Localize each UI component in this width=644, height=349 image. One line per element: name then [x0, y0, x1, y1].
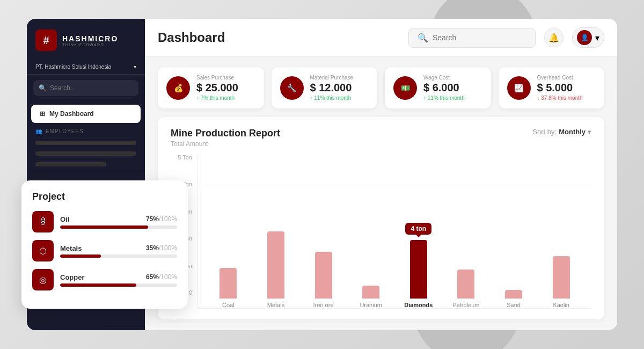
- sidebar-search-icon: 🔍: [39, 84, 47, 92]
- bar-label-3: Uranium: [360, 302, 382, 308]
- stat-value-1: $ 12.000: [310, 82, 354, 94]
- stat-card-2: 💵 Wage Cost $ 6.000 ↑ 11% this month: [385, 67, 491, 108]
- stat-info-0: Sales Purchase $ 25.000 ↑ 7% this month: [196, 75, 238, 101]
- topbar-right: 🔍 🔔 👤 ▾: [408, 27, 604, 48]
- stat-label-2: Wage Cost: [423, 75, 465, 81]
- project-icon-2: ◎: [32, 269, 54, 290]
- company-selector[interactable]: PT. Hashmicro Solusi Indonesia ▾: [27, 60, 145, 75]
- sidebar-logo: # HASHMICRO THINK FORWARD: [27, 30, 145, 60]
- progress-bar-bg-0: [60, 226, 177, 229]
- bar-label-2: Iron ore: [313, 302, 334, 308]
- stat-label-3: Overhead Cost: [537, 75, 583, 81]
- sidebar-item-label: My Dashboard: [49, 110, 94, 118]
- logo-brand: HASHMICRO: [62, 34, 118, 43]
- progress-bar-fill-0: [60, 226, 148, 229]
- project-item-oil: 🛢 Oil 75%/100%: [32, 211, 177, 232]
- stat-change-0: ↑ 7% this month: [196, 95, 238, 101]
- notification-button[interactable]: 🔔: [544, 28, 564, 47]
- stat-label-1: Material Purchase: [310, 75, 354, 81]
- stat-card-1: 🔧 Material Purchase $ 12.000 ↑ 11% this …: [272, 67, 378, 108]
- chart-title: Mine Production Report: [171, 128, 280, 139]
- search-bar[interactable]: 🔍: [408, 28, 536, 48]
- nav-placeholder-1: [35, 141, 136, 145]
- bar-chart: 5 Ton4 Ton3 Ton2 Ton1 Ton0 Coal Metals I…: [171, 154, 591, 309]
- user-dropdown-icon: ▾: [595, 33, 599, 43]
- search-icon: 🔍: [418, 33, 428, 43]
- project-card: Project 🛢 Oil 75%/100% ⬡ Metals 35%/100%…: [21, 180, 188, 309]
- sort-dropdown-icon: ▾: [588, 128, 591, 136]
- dashboard-icon: ⊞: [40, 110, 45, 118]
- stat-icon-1: 🔧: [280, 76, 304, 100]
- bar-label-5: Petroleum: [452, 302, 479, 308]
- project-name-1: Metals: [60, 244, 82, 252]
- chart-title-group: Mine Production Report Total Amount: [171, 128, 280, 148]
- search-input[interactable]: [433, 33, 526, 42]
- project-name-row-0: Oil 75%/100%: [60, 215, 177, 223]
- project-name-0: Oil: [60, 215, 69, 223]
- bar-group-4: 4 ton Diamonds: [399, 240, 438, 308]
- stat-info-2: Wage Cost $ 6.000 ↑ 11% this month: [423, 75, 465, 101]
- sidebar-item-dashboard[interactable]: ⊞ My Dashboard: [31, 105, 141, 123]
- stat-change-2: ↑ 11% this month: [423, 95, 465, 101]
- project-icon-1: ⬡: [32, 240, 54, 261]
- bar-diamonds: [410, 240, 427, 299]
- project-details-0: Oil 75%/100%: [60, 215, 177, 229]
- project-name-row-2: Copper 65%/100%: [60, 273, 177, 281]
- stats-row: 💰 Sales Purchase $ 25.000 ↑ 7% this mont…: [158, 67, 604, 108]
- dashboard-body: 💰 Sales Purchase $ 25.000 ↑ 7% this mont…: [145, 56, 617, 330]
- stat-card-3: 📈 Overhead Cost $ 5.000 ↓ 37.8% this mon…: [499, 67, 605, 108]
- bars-inner: Coal Metals Iron ore Uranium 4 ton Diamo…: [197, 154, 591, 309]
- bar-label-6: Sand: [507, 302, 521, 308]
- bar-metals: [267, 231, 284, 299]
- project-item-metals: ⬡ Metals 35%/100%: [32, 240, 177, 261]
- stat-icon-2: 💵: [393, 76, 417, 100]
- sidebar-section-employees: 👥 EMPLOYEES: [27, 125, 145, 137]
- bar-uranium: [362, 286, 379, 299]
- project-name-row-1: Metals 35%/100%: [60, 244, 177, 252]
- progress-bar-fill-2: [60, 283, 136, 287]
- stat-value-0: $ 25.000: [196, 82, 238, 94]
- bar-group-1: Metals: [257, 231, 296, 308]
- bar-group-2: Iron ore: [304, 252, 343, 308]
- sort-value: Monthly: [559, 128, 586, 136]
- project-details-2: Copper 65%/100%: [60, 273, 177, 287]
- project-percent-0: 75%/100%: [146, 215, 177, 223]
- project-details-1: Metals 35%/100%: [60, 244, 177, 258]
- bar-group-3: Uranium: [352, 286, 391, 308]
- chart-subtitle: Total Amount: [171, 140, 280, 148]
- project-item-copper: ◎ Copper 65%/100%: [32, 269, 177, 290]
- stat-label-0: Sales Purchase: [196, 75, 238, 81]
- project-name-2: Copper: [60, 273, 85, 281]
- sort-control[interactable]: Sort by: Monthly ▾: [532, 128, 591, 136]
- progress-bar-bg-1: [60, 255, 177, 258]
- company-name: PT. Hashmicro Solusi Indonesia: [35, 64, 111, 70]
- stat-icon-3: 📈: [507, 76, 531, 100]
- bar-label-4: Diamonds: [404, 302, 433, 308]
- bar-label-7: Kaolin: [553, 302, 569, 308]
- stat-value-2: $ 6.000: [423, 82, 465, 94]
- bar-group-0: Coal: [209, 268, 248, 308]
- stat-card-0: 💰 Sales Purchase $ 25.000 ↑ 7% this mont…: [158, 67, 264, 108]
- project-percent-2: 65%/100%: [146, 273, 177, 281]
- stat-icon-0: 💰: [166, 76, 190, 100]
- stat-value-3: $ 5.000: [537, 82, 583, 94]
- sort-label: Sort by:: [532, 128, 557, 136]
- y-axis-label: 0: [189, 289, 192, 296]
- bar-kaolin: [553, 256, 570, 299]
- stat-change-1: ↑ 11% this month: [310, 95, 354, 101]
- bar-tooltip: 4 ton: [405, 223, 431, 235]
- bar-petroleum: [457, 270, 474, 299]
- notification-icon: 🔔: [548, 33, 559, 43]
- main-content: Dashboard 🔍 🔔 👤 ▾ �: [145, 19, 617, 330]
- bar-iron-ore: [315, 252, 332, 299]
- sidebar-search-input[interactable]: [50, 84, 133, 92]
- chart-header: Mine Production Report Total Amount Sort…: [171, 128, 591, 148]
- chart-section: Mine Production Report Total Amount Sort…: [158, 117, 604, 319]
- dropdown-icon: ▾: [134, 64, 136, 70]
- stat-change-3: ↓ 37.8% this month: [537, 95, 583, 101]
- user-button[interactable]: 👤 ▾: [572, 27, 604, 48]
- project-card-title: Project: [32, 191, 177, 202]
- progress-bar-bg-2: [60, 283, 177, 287]
- logo-icon: #: [35, 30, 57, 51]
- sidebar-search[interactable]: 🔍: [33, 80, 138, 96]
